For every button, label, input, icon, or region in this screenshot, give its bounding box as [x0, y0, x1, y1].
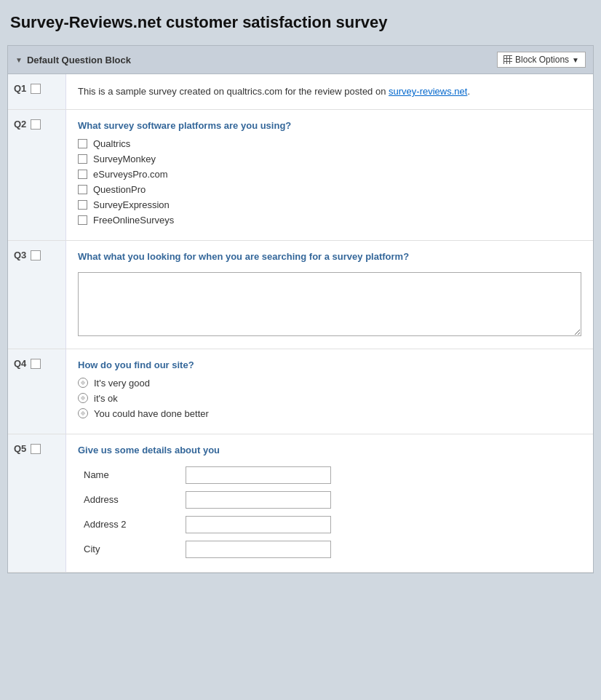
q1-content: This is a sample survey created on qualt… — [66, 74, 593, 109]
option-better: You could have done better — [94, 408, 209, 419]
table-row: Address — [78, 488, 581, 512]
q4-number: Q4 — [14, 358, 26, 369]
option-surveymonkey: SurveyMonkey — [93, 154, 156, 164]
option-very-good: It's very good — [94, 378, 150, 389]
list-item: It's very good — [78, 378, 581, 389]
checkbox-surveyexpression[interactable] — [78, 200, 87, 210]
checkbox-qualtrics[interactable] — [78, 139, 87, 148]
q2-icon[interactable] — [31, 119, 41, 130]
q1-body: This is a sample survey created on qualt… — [78, 84, 581, 99]
q4-icon[interactable] — [31, 359, 41, 369]
q5-number: Q5 — [14, 443, 26, 454]
question-row-q5: Q5 Give us some details about you Name A… — [8, 434, 593, 573]
list-item: SurveyMonkey — [78, 154, 581, 164]
option-ok: it's ok — [94, 393, 118, 404]
table-row: Address 2 — [78, 512, 581, 537]
field-label-city: City — [78, 537, 180, 562]
option-qualtrics: Qualtrics — [93, 138, 130, 149]
list-item: SurveyExpression — [78, 199, 581, 210]
block-options-label: Block Options — [515, 55, 569, 65]
address2-input[interactable] — [186, 516, 331, 533]
block-title-label: Default Question Block — [27, 55, 131, 65]
question-row-q2: Q2 What survey software platforms are yo… — [8, 110, 593, 241]
q3-number: Q3 — [14, 250, 26, 260]
dropdown-arrow-icon: ▼ — [572, 56, 579, 64]
q3-text: What what you looking for when you are s… — [78, 251, 581, 262]
page-title: Survey-Reviews.net customer satisfaction… — [7, 7, 594, 38]
block-title: ▼ Default Question Block — [15, 55, 131, 65]
q3-textarea[interactable] — [78, 272, 581, 336]
list-item: eSurveysPro.com — [78, 169, 581, 180]
list-item: You could have done better — [78, 408, 581, 419]
table-row: City — [78, 537, 581, 562]
q1-number: Q1 — [14, 83, 26, 94]
radio-very-good[interactable] — [78, 378, 88, 388]
option-esurveypro: eSurveysPro.com — [93, 169, 168, 180]
q5-icon[interactable] — [31, 444, 41, 454]
question-row-q1: Q1 This is a sample survey created on qu… — [8, 74, 593, 110]
q5-content: Give us some details about you Name Addr… — [66, 434, 593, 572]
field-label-name: Name — [78, 463, 180, 488]
collapse-icon[interactable]: ▼ — [15, 56, 23, 64]
block-options-button[interactable]: Block Options ▼ — [497, 52, 586, 68]
survey-container: ▼ Default Question Block Block Options ▼… — [7, 45, 594, 573]
question-label-q3: Q3 — [8, 241, 66, 349]
q4-text: How do you find our site? — [78, 359, 581, 370]
checkbox-esurveypro[interactable] — [78, 170, 87, 179]
address-input[interactable] — [186, 491, 331, 509]
name-input[interactable] — [186, 466, 331, 484]
q5-form-table: Name Address Address 2 City — [78, 463, 581, 562]
checkbox-questionpro[interactable] — [78, 185, 87, 194]
page-wrapper: Survey-Reviews.net customer satisfaction… — [0, 0, 601, 581]
question-label-q5: Q5 — [8, 434, 66, 572]
option-surveyexpression: SurveyExpression — [93, 199, 170, 210]
q2-checkbox-list: Qualtrics SurveyMonkey eSurveysPro.com Q… — [78, 138, 581, 226]
q1-icon[interactable] — [31, 84, 41, 94]
q4-radio-list: It's very good it's ok You could have do… — [78, 378, 581, 419]
question-row-q4: Q4 How do you find our site? It's very g… — [8, 349, 593, 434]
table-row: Name — [78, 463, 581, 488]
list-item: QuestionPro — [78, 184, 581, 195]
q2-number: Q2 — [14, 119, 26, 130]
option-questionpro: QuestionPro — [93, 184, 146, 195]
grid-icon — [504, 55, 512, 64]
q2-text: What survey software platforms are you u… — [78, 120, 581, 131]
list-item: Qualtrics — [78, 138, 581, 149]
q5-text: Give us some details about you — [78, 445, 581, 456]
question-row-q3: Q3 What what you looking for when you ar… — [8, 241, 593, 349]
q3-icon[interactable] — [31, 250, 41, 260]
radio-ok[interactable] — [78, 393, 88, 403]
question-label-q2: Q2 — [8, 110, 66, 240]
q2-content: What survey software platforms are you u… — [66, 110, 593, 240]
question-label-q4: Q4 — [8, 349, 66, 434]
checkbox-surveymonkey[interactable] — [78, 154, 87, 164]
question-label-q1: Q1 — [8, 74, 66, 109]
survey-reviews-link[interactable]: survey-reviews.net — [389, 86, 467, 97]
field-label-address2: Address 2 — [78, 512, 180, 537]
block-header: ▼ Default Question Block Block Options ▼ — [8, 46, 593, 74]
field-label-address: Address — [78, 488, 180, 512]
option-freeonlinesurveys: FreeOnlineSurveys — [93, 215, 174, 226]
radio-better[interactable] — [78, 408, 88, 418]
list-item: FreeOnlineSurveys — [78, 215, 581, 226]
city-input[interactable] — [186, 541, 331, 558]
checkbox-freeonlinesurveys[interactable] — [78, 215, 87, 225]
q3-content: What what you looking for when you are s… — [66, 241, 593, 349]
q4-content: How do you find our site? It's very good… — [66, 349, 593, 434]
list-item: it's ok — [78, 393, 581, 404]
